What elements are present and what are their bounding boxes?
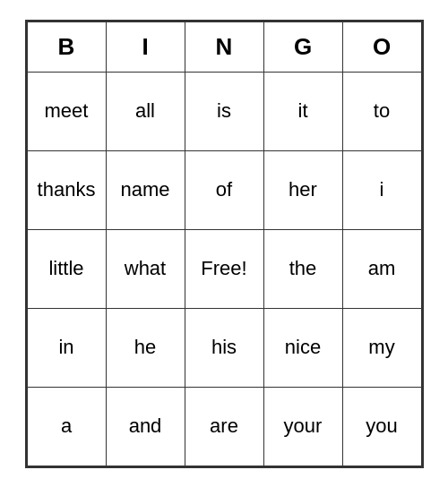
table-cell: in: [27, 308, 106, 387]
table-row: littlewhatFree!theam: [27, 229, 421, 308]
table-cell: all: [106, 72, 185, 150]
col-o: O: [342, 21, 421, 72]
table-cell: are: [185, 387, 263, 466]
table-cell: his: [185, 308, 263, 387]
table-cell: a: [27, 387, 106, 466]
table-cell: it: [263, 72, 342, 150]
table-cell: and: [106, 387, 185, 466]
col-i: I: [106, 21, 185, 72]
table-cell: Free!: [185, 229, 263, 308]
col-g: G: [263, 21, 342, 72]
table-row: thanksnameofheri: [27, 150, 421, 229]
table-cell: i: [342, 150, 421, 229]
table-cell: to: [342, 72, 421, 150]
bingo-table: B I N G O meetallisittothanksnameofheril…: [27, 21, 422, 466]
table-cell: he: [106, 308, 185, 387]
table-cell: you: [342, 387, 421, 466]
table-cell: meet: [27, 72, 106, 150]
table-cell: the: [263, 229, 342, 308]
table-cell: your: [263, 387, 342, 466]
table-row: aandareyouryou: [27, 387, 421, 466]
col-n: N: [185, 21, 263, 72]
table-cell: of: [185, 150, 263, 229]
table-cell: thanks: [27, 150, 106, 229]
table-row: inhehisnicemy: [27, 308, 421, 387]
table-cell: nice: [263, 308, 342, 387]
table-cell: her: [263, 150, 342, 229]
table-row: meetallisitto: [27, 72, 421, 150]
table-cell: is: [185, 72, 263, 150]
table-cell: little: [27, 229, 106, 308]
col-b: B: [27, 21, 106, 72]
table-cell: am: [342, 229, 421, 308]
header-row: B I N G O: [27, 21, 421, 72]
bingo-card: B I N G O meetallisittothanksnameofheril…: [25, 20, 424, 468]
table-cell: my: [342, 308, 421, 387]
table-cell: name: [106, 150, 185, 229]
table-cell: what: [106, 229, 185, 308]
